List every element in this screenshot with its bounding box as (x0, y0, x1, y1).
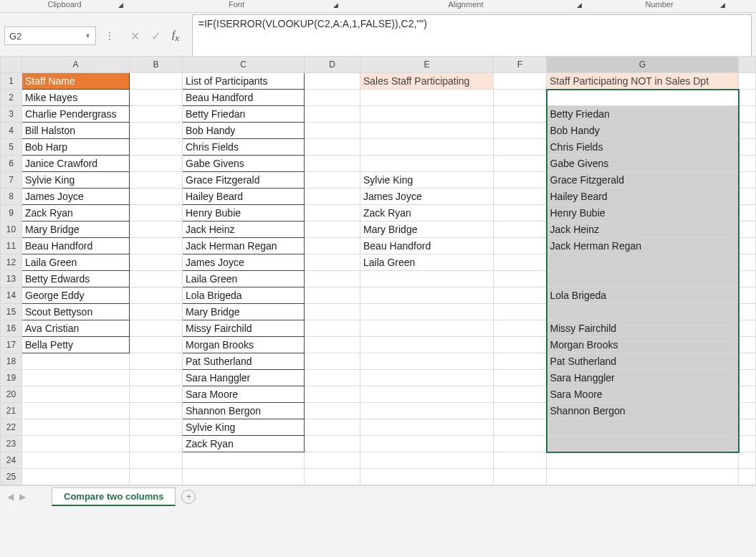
column-header[interactable]: E (360, 57, 494, 73)
cell[interactable] (22, 452, 130, 469)
cell[interactable] (130, 419, 183, 436)
cell[interactable]: Pat Sutherland (183, 353, 305, 370)
row-header[interactable]: 24 (1, 452, 22, 469)
cell[interactable] (360, 304, 494, 320)
row-header[interactable]: 15 (1, 304, 22, 320)
cell[interactable] (130, 73, 183, 90)
cell[interactable] (305, 254, 360, 271)
cell[interactable] (130, 205, 183, 222)
cell[interactable]: Henry Bubie (547, 205, 739, 222)
cell[interactable] (130, 139, 183, 156)
cell[interactable] (22, 370, 130, 386)
cell[interactable] (305, 353, 360, 370)
cell[interactable]: Lola Brigeda (547, 287, 739, 304)
row-header[interactable]: 2 (1, 90, 22, 106)
row-header[interactable]: 9 (1, 205, 22, 222)
cell[interactable] (130, 403, 183, 419)
row-header[interactable]: 4 (1, 123, 22, 139)
cell[interactable] (130, 90, 183, 106)
cell[interactable]: Jack Herman Regan (183, 238, 305, 254)
cell[interactable] (494, 287, 547, 304)
cell[interactable] (547, 452, 739, 469)
column-header[interactable]: G (547, 57, 739, 73)
cell[interactable] (547, 436, 739, 452)
cell[interactable]: Zack Ryan (183, 436, 305, 452)
cell[interactable] (130, 469, 183, 485)
cell[interactable]: Jack Heinz (547, 222, 739, 238)
row-header[interactable]: 25 (1, 469, 22, 485)
cell[interactable] (130, 106, 183, 123)
cell[interactable]: Sylvie King (360, 172, 494, 189)
cell[interactable] (305, 222, 360, 238)
cell[interactable] (494, 222, 547, 238)
cell[interactable] (494, 90, 547, 106)
cell[interactable] (305, 436, 360, 452)
cell[interactable] (130, 254, 183, 271)
cell[interactable]: James Joyce (183, 254, 305, 271)
cell[interactable]: Mike Hayes (22, 90, 130, 106)
cancel-icon[interactable]: ✕ (130, 29, 140, 43)
cell[interactable] (360, 139, 494, 156)
column-header[interactable]: B (130, 57, 183, 73)
cell[interactable] (130, 304, 183, 320)
cell[interactable] (130, 238, 183, 254)
cell[interactable] (305, 386, 360, 403)
cell[interactable]: Sylvie King (183, 419, 305, 436)
cell[interactable] (360, 287, 494, 304)
cell[interactable]: Jack Heinz (183, 222, 305, 238)
dialog-launcher-icon[interactable]: ◢ (331, 1, 340, 9)
row-header[interactable]: 17 (1, 337, 22, 353)
cell[interactable]: Sara Moore (547, 386, 739, 403)
cell[interactable] (547, 469, 739, 485)
cell[interactable] (22, 386, 130, 403)
cell[interactable] (494, 304, 547, 320)
cell[interactable] (494, 172, 547, 189)
cell[interactable]: George Eddy (22, 287, 130, 304)
cell[interactable]: Sara Hanggler (547, 370, 739, 386)
column-header[interactable]: F (494, 57, 547, 73)
cell[interactable]: Shannon Bergon (183, 403, 305, 419)
cell[interactable] (360, 386, 494, 403)
cell[interactable] (305, 73, 360, 90)
cell[interactable]: Sara Hanggler (183, 370, 305, 386)
cell[interactable]: Beau Handford (22, 238, 130, 254)
cell[interactable]: Grace Fitzgerald (183, 172, 305, 189)
enter-icon[interactable]: ✓ (151, 29, 161, 43)
cell[interactable] (305, 123, 360, 139)
cell[interactable]: Sales Staff Participating (360, 73, 494, 90)
cell[interactable] (130, 156, 183, 172)
cell[interactable] (130, 172, 183, 189)
cell[interactable] (130, 123, 183, 139)
cell[interactable]: Lola Brigeda (183, 287, 305, 304)
cell[interactable]: Bella Petty (22, 337, 130, 353)
dialog-launcher-icon[interactable]: ◢ (718, 1, 727, 9)
cell[interactable]: Beau Handford (360, 238, 494, 254)
cell[interactable] (305, 370, 360, 386)
cell[interactable]: Mary Bridge (183, 304, 305, 320)
cell[interactable] (494, 123, 547, 139)
cell[interactable] (130, 436, 183, 452)
cell[interactable] (360, 370, 494, 386)
cell[interactable] (305, 106, 360, 123)
cell[interactable] (305, 156, 360, 172)
cell[interactable] (360, 469, 494, 485)
cell[interactable] (360, 123, 494, 139)
cell[interactable] (494, 139, 547, 156)
cell[interactable] (305, 90, 360, 106)
cell[interactable] (494, 106, 547, 123)
cell[interactable] (360, 353, 494, 370)
column-header[interactable]: C (183, 57, 305, 73)
cell[interactable]: Laila Green (360, 254, 494, 271)
cell[interactable]: Betty Edwards (22, 271, 130, 287)
row-header[interactable]: 19 (1, 370, 22, 386)
cell[interactable] (547, 254, 739, 271)
cell[interactable]: Bob Handy (183, 123, 305, 139)
tab-next-icon[interactable]: ▶ (19, 492, 26, 502)
fx-icon[interactable]: fx (172, 29, 179, 44)
cell[interactable]: Betty Friedan (547, 106, 739, 123)
cell[interactable]: Betty Friedan (183, 106, 305, 123)
row-header[interactable]: 22 (1, 419, 22, 436)
row-header[interactable]: 23 (1, 436, 22, 452)
tab-prev-icon[interactable]: ◀ (7, 492, 14, 502)
cell[interactable]: Bill Halston (22, 123, 130, 139)
